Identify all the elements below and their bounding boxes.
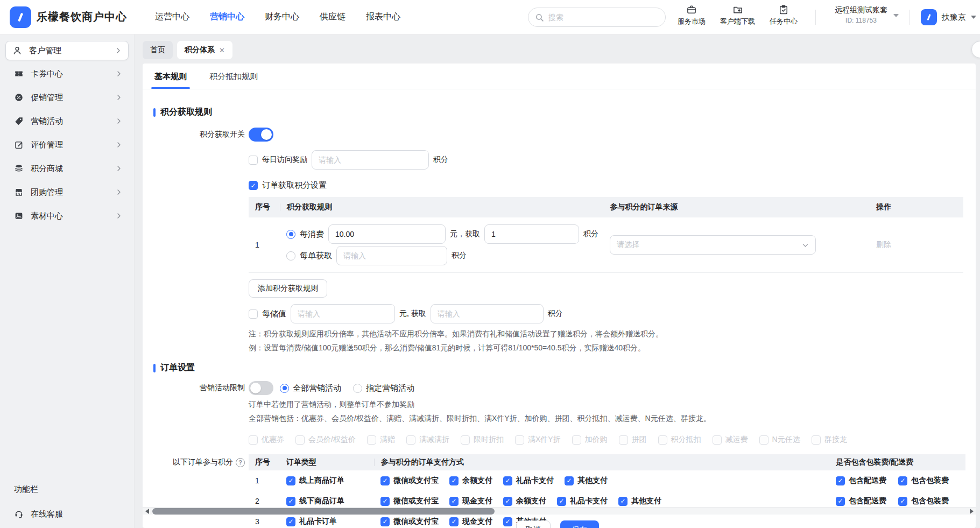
scrollbar-track[interactable] (151, 508, 967, 515)
daily-reward-checkbox[interactable] (249, 156, 258, 165)
crumb-tab-home[interactable]: 首页 (143, 41, 173, 59)
per-order-radio[interactable] (286, 251, 295, 261)
spend-amount-input[interactable] (328, 224, 446, 244)
nav-item-reports[interactable]: 报表中心 (366, 11, 400, 23)
activity-checkbox-n-yuan-pick[interactable]: N元任选 (759, 435, 800, 445)
activity-checkbox-shipping-discount[interactable]: 减运费 (713, 435, 748, 445)
download-icon (732, 4, 743, 15)
activity-checkbox-x-pieces-y-off[interactable]: 满X件Y折 (515, 435, 561, 445)
section-title-text: 订单设置 (160, 362, 195, 374)
recharge-points-input[interactable] (431, 304, 544, 323)
sidebar-item-marketing-activities[interactable]: 营销活动 (5, 111, 129, 131)
daily-reward-input[interactable] (312, 150, 429, 170)
crumb-label: 积分体系 (185, 45, 215, 55)
fee-checkbox-delivery[interactable]: 包含配送费 (836, 476, 886, 485)
source-select[interactable]: 请选择 (610, 235, 816, 255)
per-order-input[interactable] (336, 246, 447, 265)
radio-specified-label: 指定营销活动 (366, 383, 414, 393)
activity-checkbox-points-deduction[interactable]: 积分抵扣 (658, 435, 701, 445)
spend-points-input[interactable] (484, 224, 579, 244)
payment-checkbox[interactable]: 其他支付 (618, 496, 661, 506)
marketing-restrict-toggle[interactable] (249, 381, 273, 395)
scrollbar-thumb[interactable] (152, 508, 495, 515)
recharge-checkbox[interactable] (249, 309, 258, 319)
close-icon[interactable]: ✕ (219, 46, 225, 54)
sidebar-item-label: 团购管理 (31, 187, 116, 198)
sidebar-item-group-buy-management[interactable]: 团购管理 (5, 182, 129, 202)
crumb-tab-points-system[interactable]: 积分体系 ✕ (177, 41, 232, 59)
tab-points-deduction-rules[interactable]: 积分抵扣规则 (209, 72, 258, 89)
search-icon (535, 13, 544, 22)
activity-checkbox-add-on[interactable]: 加价购 (572, 435, 608, 445)
per-spend-radio[interactable] (286, 230, 295, 239)
sidebar-item-label: 评价管理 (31, 140, 116, 150)
sidebar-item-customer-management[interactable]: 客户管理 (5, 41, 129, 60)
user-menu[interactable]: 扶豫京 (921, 9, 976, 25)
activity-checkbox-coupon[interactable]: 优惠券 (249, 435, 284, 445)
sidebar-item-review-management[interactable]: 评价管理 (5, 135, 129, 155)
image-icon (14, 211, 24, 221)
sidebar: 客户管理 卡券中心 促销管理 营销活动 评价管理 积分商城 (0, 34, 135, 528)
sidebar-item-label: 营销活动 (31, 116, 116, 126)
global-search[interactable] (528, 8, 666, 27)
payment-checkbox[interactable]: 现金支付 (449, 496, 492, 506)
nav-item-operation[interactable]: 运营中心 (155, 11, 189, 23)
activity-checkbox-time-limited[interactable]: 限时折扣 (461, 435, 504, 445)
order-type-checkbox[interactable]: 线上商品订单 (286, 476, 374, 485)
payment-checkbox[interactable]: 礼品卡支付 (503, 476, 554, 485)
quick-link-task-center[interactable]: 任务中心 (770, 4, 798, 26)
sidebar-item-promotion-management[interactable]: 促销管理 (5, 87, 129, 108)
activity-checkbox-group-chain[interactable]: 群接龙 (812, 435, 847, 445)
help-icon[interactable]: ? (236, 458, 245, 467)
nav-item-marketing[interactable]: 营销中心 (210, 11, 244, 23)
order-points-checkbox[interactable] (249, 181, 258, 190)
section-marker (153, 364, 156, 372)
col-header-rule: 积分获取规则 (280, 202, 606, 212)
radio-all-activities[interactable] (280, 384, 289, 393)
sidebar-item-material-center[interactable]: 素材中心 (5, 206, 129, 226)
recharge-mid-label: 元, 获取 (399, 309, 426, 319)
horizontal-scrollbar[interactable] (143, 507, 976, 515)
sidebar-item-card-coupon-center[interactable]: 卡券中心 (5, 64, 129, 84)
page-tabs: 基本规则 积分抵扣规则 (143, 64, 976, 89)
payment-checkbox[interactable]: 其他支付 (565, 476, 608, 485)
activity-checkbox-group-buy[interactable]: 拼团 (619, 435, 647, 445)
account-switcher[interactable]: 远程组测试账套 ID: 118753 (827, 5, 895, 24)
tag-icon (14, 116, 24, 126)
cancel-button[interactable]: 取消 (516, 520, 551, 528)
fee-checkbox-packaging[interactable]: 包含包装费 (898, 476, 949, 485)
payment-checkbox[interactable]: 微信或支付宝 (380, 476, 439, 485)
header-divider (815, 10, 816, 25)
points-unit-label: 积分 (583, 229, 598, 239)
delete-link[interactable]: 删除 (876, 240, 891, 249)
activity-checkbox-member-price[interactable]: 会员价/权益价 (295, 435, 356, 445)
person-icon (12, 46, 22, 55)
points-switch-toggle[interactable] (249, 128, 273, 142)
payment-checkbox[interactable]: 余额支付 (503, 496, 546, 506)
quick-link-service-market[interactable]: 服务市场 (678, 4, 706, 26)
payment-checkbox[interactable]: 微信或支付宝 (380, 496, 439, 506)
sidebar-item-online-support[interactable]: 在线客服 (5, 504, 129, 524)
fee-checkbox-delivery[interactable]: 包含配送费 (836, 496, 886, 506)
chevron-right-icon (116, 189, 122, 195)
payment-checkbox[interactable]: 礼品卡支付 (557, 496, 608, 506)
activity-checkbox-full-gift[interactable]: 满赠 (367, 435, 395, 445)
recharge-amount-input[interactable] (291, 304, 395, 323)
fee-checkbox-packaging[interactable]: 包含包装费 (898, 496, 949, 506)
nav-item-finance[interactable]: 财务中心 (265, 11, 299, 23)
add-rule-button[interactable]: 添加积分获取规则 (249, 279, 327, 298)
nav-item-supply-chain[interactable]: 供应链 (320, 11, 346, 23)
tab-basic-rules[interactable]: 基本规则 (154, 72, 187, 89)
radio-specified-activities[interactable] (353, 384, 362, 393)
quick-link-client-download[interactable]: 客户端下载 (720, 4, 755, 26)
order-type-checkbox[interactable]: 线下商品订单 (286, 496, 374, 506)
activity-checkbox-full-discount[interactable]: 满减满折 (406, 435, 449, 445)
sidebar-item-points-mall[interactable]: 积分商城 (5, 158, 129, 179)
search-input[interactable] (548, 13, 645, 22)
scroll-left-arrow[interactable] (143, 508, 151, 515)
scroll-right-arrow[interactable] (967, 508, 976, 515)
order-points-label: 订单获取积分设置 (262, 180, 327, 191)
save-button[interactable]: 保存 (560, 520, 599, 528)
participate-label: 以下订单参与积分 ? (153, 457, 245, 467)
payment-checkbox[interactable]: 余额支付 (449, 476, 492, 485)
